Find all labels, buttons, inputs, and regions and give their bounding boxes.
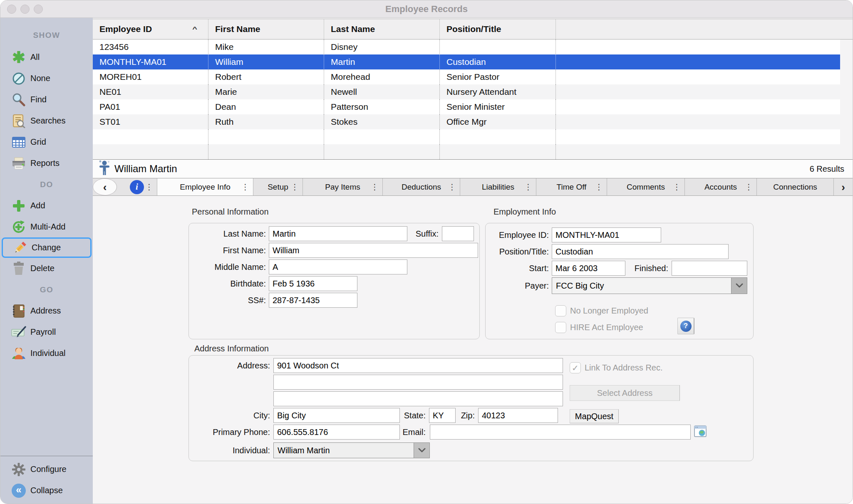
tab-comments[interactable]: Comments⋮: [607, 178, 685, 195]
primary-phone-field[interactable]: [273, 425, 400, 440]
circular-plus-icon: [10, 220, 28, 235]
address-line2-field[interactable]: [273, 375, 563, 390]
start-date-field[interactable]: [552, 261, 625, 276]
last-name-field[interactable]: [269, 226, 407, 241]
sidebar-section-go: GO: [0, 279, 93, 300]
tab-record-info[interactable]: i ⋮: [117, 178, 157, 195]
column-header-position[interactable]: Position/Title: [440, 19, 556, 39]
sidebar-item-address[interactable]: Address: [0, 300, 93, 321]
employee-table: 123456 Mike Disney MONTHLY-MA01 William …: [93, 40, 840, 159]
tab-time-off[interactable]: Time Off⋮: [536, 178, 607, 195]
position-title-field[interactable]: [552, 244, 729, 259]
zoom-window-icon[interactable]: [34, 5, 43, 14]
hire-act-help-button[interactable]: ?: [677, 318, 694, 334]
tabs-scroll-right-button[interactable]: ›: [834, 178, 853, 195]
finished-date-field[interactable]: [672, 261, 747, 276]
sidebar-item-collapse[interactable]: « Collapse: [0, 480, 93, 501]
payer-dropdown[interactable]: FCC Big City: [552, 277, 747, 294]
sidebar-item-searches[interactable]: Searches: [0, 110, 93, 131]
hire-act-checkbox[interactable]: [555, 322, 566, 333]
link-address-checkbox[interactable]: ✓: [570, 362, 581, 373]
first-name-field[interactable]: [269, 243, 478, 258]
sidebar-item-individual[interactable]: Individual: [0, 343, 93, 364]
start-date-label: Start:: [488, 264, 549, 273]
city-field[interactable]: [273, 408, 400, 423]
tab-menu-icon[interactable]: ⋮: [448, 182, 456, 192]
mapquest-button[interactable]: MapQuest: [570, 409, 619, 423]
middle-name-field[interactable]: [269, 259, 407, 274]
gear-icon: [10, 462, 28, 477]
sidebar-item-payroll[interactable]: Payroll: [0, 321, 93, 343]
address-line3-field[interactable]: [273, 391, 563, 406]
tab-menu-icon[interactable]: ⋮: [595, 182, 603, 192]
tab-menu-icon[interactable]: ⋮: [145, 182, 153, 192]
sidebar-section-do: DO: [0, 174, 93, 195]
tab-menu-icon[interactable]: ⋮: [524, 182, 532, 192]
web-globe-icon[interactable]: [694, 425, 707, 439]
hire-act-label: HIRE Act Employee: [570, 323, 643, 332]
info-icon: i: [130, 180, 144, 194]
table-row[interactable]: ST01 Ruth Stokes Office Mgr: [93, 114, 840, 129]
table-header: Employee ID ^ First Name Last Name Posit…: [93, 19, 853, 40]
close-window-icon[interactable]: [7, 5, 16, 14]
sidebar-item-find[interactable]: Find: [0, 89, 93, 110]
employee-id-field[interactable]: [552, 227, 661, 242]
suffix-field[interactable]: [442, 226, 474, 241]
table-row[interactable]: 123456 Mike Disney: [93, 40, 840, 54]
table-row[interactable]: PA01 Dean Patterson Senior Minister: [93, 99, 840, 114]
pencil-icon: [11, 240, 29, 255]
select-address-button[interactable]: Select Address: [570, 385, 680, 401]
table-row-empty: [93, 129, 840, 144]
tab-menu-icon[interactable]: ⋮: [745, 182, 753, 192]
ssn-field[interactable]: [269, 293, 357, 308]
column-header-last-name[interactable]: Last Name: [324, 19, 440, 39]
tab-menu-icon[interactable]: ⋮: [241, 182, 249, 192]
sidebar-item-delete[interactable]: Delete: [0, 258, 93, 279]
table-row-selected[interactable]: MONTHLY-MA01 William Martin Custodian: [93, 54, 840, 69]
tabs-scroll-left-button[interactable]: ‹: [93, 178, 117, 195]
results-count: 6 Results: [810, 164, 844, 174]
column-header-employee-id[interactable]: Employee ID ^: [93, 19, 208, 39]
sidebar-item-add[interactable]: Add: [0, 195, 93, 216]
zip-field[interactable]: [478, 408, 558, 423]
minimize-window-icon[interactable]: [20, 5, 30, 14]
table-row-empty: [93, 144, 840, 159]
tab-deductions[interactable]: Deductions⋮: [383, 178, 460, 195]
email-field[interactable]: [430, 425, 691, 440]
sidebar-item-reports[interactable]: Reports: [0, 153, 93, 174]
address-line1-field[interactable]: [273, 358, 563, 373]
circle-slash-icon: [10, 72, 28, 86]
sidebar-item-all[interactable]: ✱ All: [0, 47, 93, 68]
tab-accounts[interactable]: Accounts⋮: [685, 178, 757, 195]
sidebar-item-grid[interactable]: Grid: [0, 131, 93, 153]
middle-name-label: Middle Name:: [188, 262, 266, 272]
tab-liabilities[interactable]: Liabilities⋮: [460, 178, 536, 195]
individual-dropdown[interactable]: William Martin: [273, 442, 430, 458]
grid-table-icon: [10, 135, 28, 149]
tab-connections[interactable]: Connections: [757, 178, 834, 195]
column-header-first-name[interactable]: First Name: [208, 19, 324, 39]
tab-menu-icon[interactable]: ⋮: [291, 182, 299, 192]
tab-pay-items[interactable]: Pay Items⋮: [303, 178, 383, 195]
chevron-down-icon: [731, 278, 747, 294]
finished-date-label: Finished:: [625, 264, 668, 273]
tab-setup[interactable]: Setup⋮: [253, 178, 303, 195]
birthdate-field[interactable]: [269, 276, 357, 291]
sidebar-item-change[interactable]: Change: [2, 237, 92, 258]
tab-employee-info[interactable]: Employee Info⋮: [157, 178, 253, 195]
sidebar-divider: [0, 456, 93, 456]
sidebar-item-multi-add[interactable]: Multi-Add: [0, 216, 93, 237]
main-area: Employee ID ^ First Name Last Name Posit…: [93, 18, 853, 504]
sidebar-item-configure[interactable]: Configure: [0, 459, 93, 480]
chevron-left-icon: ‹: [103, 182, 107, 193]
scroll-magnifier-icon: [10, 114, 28, 128]
help-icon: ?: [680, 321, 692, 332]
table-row[interactable]: NE01 Marie Newell Nursery Attendant: [93, 84, 840, 99]
tab-menu-icon[interactable]: ⋮: [673, 182, 681, 192]
no-longer-employed-checkbox[interactable]: [555, 305, 566, 316]
tab-menu-icon[interactable]: ⋮: [371, 182, 379, 192]
table-row[interactable]: MOREH01 Robert Morehead Senior Pastor: [93, 69, 840, 84]
sidebar-item-none[interactable]: None: [0, 68, 93, 89]
sort-ascending-icon: ^: [192, 25, 197, 32]
state-field[interactable]: [429, 408, 456, 423]
